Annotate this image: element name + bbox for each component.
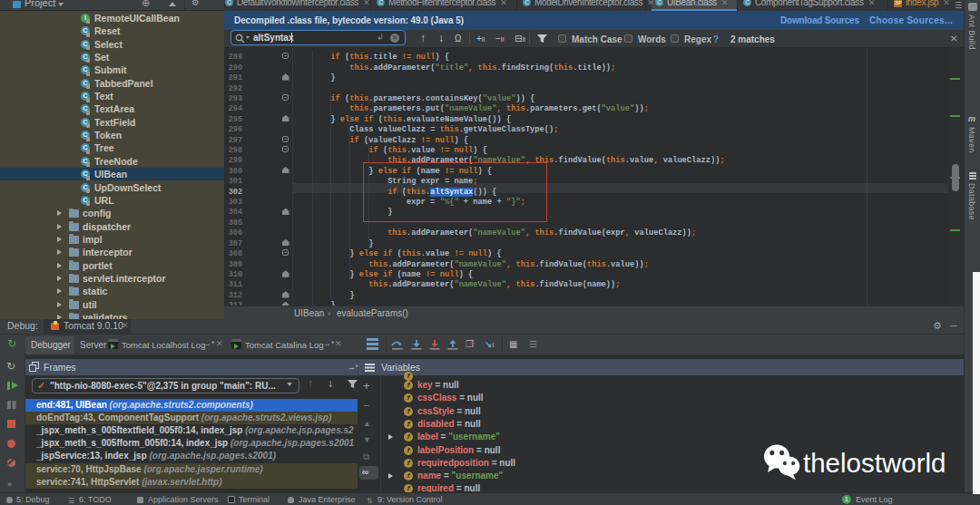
svg-text:thelostworld: thelostworld — [803, 448, 946, 478]
